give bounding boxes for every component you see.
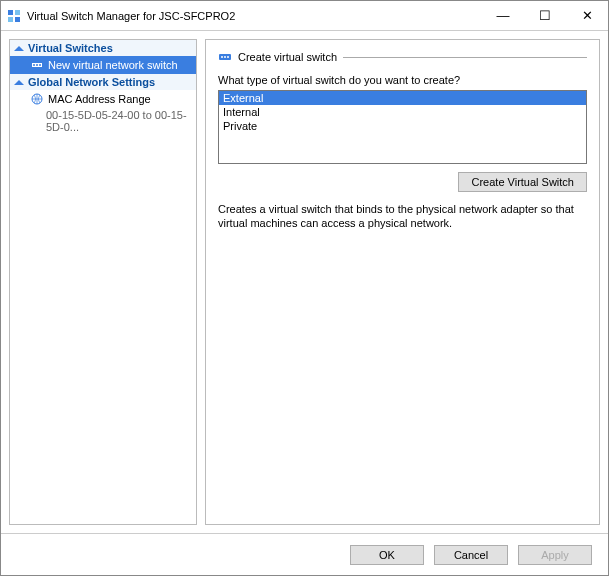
app-icon xyxy=(7,9,21,23)
cancel-button[interactable]: Cancel xyxy=(434,545,508,565)
titlebar: Virtual Switch Manager for JSC-SFCPRO2 —… xyxy=(1,1,608,31)
svg-rect-2 xyxy=(8,17,13,22)
tree-header-label: Global Network Settings xyxy=(28,76,155,88)
chevron-up-icon xyxy=(14,76,24,88)
tree-item-mac-range[interactable]: MAC Address Range xyxy=(10,90,196,108)
svg-point-7 xyxy=(39,64,41,66)
apply-button: Apply xyxy=(518,545,592,565)
group-title: Create virtual switch xyxy=(238,51,337,63)
svg-point-12 xyxy=(227,56,229,58)
tree-item-mac-value: 00-15-5D-05-24-00 to 00-15-5D-0... xyxy=(10,108,196,134)
svg-rect-0 xyxy=(8,10,13,15)
window-title: Virtual Switch Manager for JSC-SFCPRO2 xyxy=(27,10,235,22)
list-option-internal[interactable]: Internal xyxy=(219,105,586,119)
tree-header-global-settings[interactable]: Global Network Settings xyxy=(10,74,196,90)
switch-icon xyxy=(218,50,232,64)
close-button[interactable]: ✕ xyxy=(566,2,608,30)
list-option-external[interactable]: External xyxy=(219,91,586,105)
svg-point-5 xyxy=(33,64,35,66)
tree-item-new-virtual-switch[interactable]: New virtual network switch xyxy=(10,56,196,74)
switch-icon xyxy=(30,58,44,72)
ok-button[interactable]: OK xyxy=(350,545,424,565)
description-text: Creates a virtual switch that binds to t… xyxy=(218,202,587,231)
switch-type-listbox[interactable]: External Internal Private xyxy=(218,90,587,164)
create-virtual-switch-button[interactable]: Create Virtual Switch xyxy=(458,172,587,192)
chevron-up-icon xyxy=(14,42,24,54)
svg-point-6 xyxy=(36,64,38,66)
list-option-private[interactable]: Private xyxy=(219,119,586,133)
question-label: What type of virtual switch do you want … xyxy=(218,74,587,86)
globe-icon xyxy=(30,92,44,106)
svg-point-11 xyxy=(224,56,226,58)
content-area: Virtual Switches New virtual network swi… xyxy=(1,31,608,533)
tree-header-virtual-switches[interactable]: Virtual Switches xyxy=(10,40,196,56)
separator-line xyxy=(343,57,587,58)
maximize-button[interactable]: ☐ xyxy=(524,2,566,30)
minimize-button[interactable]: — xyxy=(482,2,524,30)
tree-item-label: New virtual network switch xyxy=(48,59,178,71)
sidebar: Virtual Switches New virtual network swi… xyxy=(9,39,197,525)
main-panel: Create virtual switch What type of virtu… xyxy=(205,39,600,525)
tree-header-label: Virtual Switches xyxy=(28,42,113,54)
tree-item-label: MAC Address Range xyxy=(48,93,151,105)
svg-rect-3 xyxy=(15,17,20,22)
svg-point-10 xyxy=(221,56,223,58)
dialog-footer: OK Cancel Apply xyxy=(1,533,608,575)
svg-rect-1 xyxy=(15,10,20,15)
